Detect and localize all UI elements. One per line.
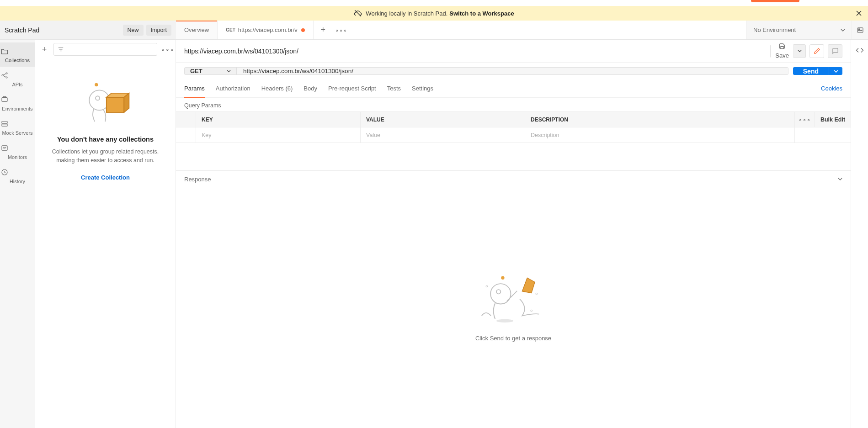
banner-message: Working locally in Scratch Pad.	[366, 10, 447, 17]
empty-heading: You don't have any collections	[57, 136, 154, 143]
tab-prerequest[interactable]: Pre-request Script	[328, 79, 376, 97]
col-key: KEY	[196, 112, 361, 127]
save-button[interactable]: Save	[770, 44, 806, 58]
rail-environments[interactable]: Environments	[0, 91, 35, 115]
response-label: Response	[184, 176, 211, 183]
unsaved-dot-icon	[301, 28, 305, 32]
pencil-icon	[814, 48, 820, 54]
top-strip	[0, 0, 868, 6]
svg-point-8	[6, 77, 7, 78]
create-collection-link[interactable]: Create Collection	[81, 174, 130, 181]
rail-apis-label: APIs	[12, 82, 22, 87]
tab-params[interactable]: Params	[184, 79, 205, 97]
url-input[interactable]	[237, 68, 788, 74]
http-method-selector[interactable]: GET	[185, 68, 237, 74]
collections-sidebar: + ∘∘∘ You don't have any collection	[35, 40, 176, 428]
params-options-button[interactable]: ∘∘∘	[795, 112, 815, 127]
tabs-more-button[interactable]: ∘∘∘	[333, 21, 350, 39]
rail-collections[interactable]: Collections	[0, 42, 35, 67]
svg-point-30	[490, 284, 511, 304]
param-value-input[interactable]: Value	[361, 127, 525, 143]
params-input-row[interactable]: Key Value Description ∘∘∘	[176, 127, 851, 143]
svg-point-20	[95, 83, 98, 86]
cookies-link[interactable]: Cookies	[821, 85, 842, 92]
tab-request[interactable]: GET https://viacep.com.br/v	[218, 21, 314, 39]
svg-rect-11	[2, 98, 7, 102]
banner-switch-link[interactable]: Switch to a Workspace	[449, 10, 514, 17]
tab-request-label: https://viacep.com.br/v	[238, 26, 298, 33]
svg-point-22	[96, 96, 100, 100]
workspace-title: Scratch Pad	[5, 26, 39, 34]
query-params-label: Query Params	[176, 98, 851, 111]
header-bar: Scratch Pad New Import Overview GET http…	[0, 21, 868, 40]
save-label: Save	[775, 52, 789, 59]
rail-monitors-label: Monitors	[8, 154, 27, 160]
url-row: GET Send	[176, 63, 851, 79]
svg-rect-23	[106, 97, 124, 112]
request-subtabs: Params Authorization Headers (6) Body Pr…	[176, 79, 851, 98]
left-nav-rail: Collections APIs Environments Mock Serve…	[0, 40, 35, 428]
send-button[interactable]: Send	[793, 67, 842, 75]
tab-authorization[interactable]: Authorization	[216, 79, 250, 97]
url-group: GET	[184, 67, 788, 75]
svg-point-29	[531, 310, 533, 312]
chevron-down-icon	[227, 69, 231, 73]
filter-icon	[58, 46, 64, 53]
svg-rect-14	[2, 124, 7, 127]
response-header: Response	[176, 171, 851, 187]
response-panel: Response	[176, 170, 851, 428]
chevron-down-icon	[841, 28, 845, 32]
tab-overview-label: Overview	[184, 26, 209, 33]
send-label: Send	[793, 67, 829, 75]
svg-point-32	[496, 319, 513, 322]
tab-headers[interactable]: Headers (6)	[261, 79, 293, 97]
empty-text: Collections let you group related reques…	[48, 148, 163, 165]
new-tab-button[interactable]: +	[314, 21, 333, 39]
new-button[interactable]: New	[123, 25, 144, 36]
tab-settings[interactable]: Settings	[412, 79, 433, 97]
sidebar-filter-input[interactable]	[53, 43, 157, 56]
rail-mock-servers[interactable]: Mock Servers	[0, 115, 35, 139]
apis-icon	[0, 71, 35, 79]
sidebar-more-button[interactable]: ∘∘∘	[161, 46, 172, 53]
response-collapse-button[interactable]	[838, 177, 842, 181]
comments-button[interactable]	[828, 44, 842, 58]
sidebar-add-button[interactable]: +	[39, 44, 50, 55]
params-table: KEY VALUE DESCRIPTION ∘∘∘ Bulk Edit Key …	[176, 111, 851, 143]
code-snippet-button[interactable]	[856, 46, 864, 54]
request-tabs-bar: Overview GET https://viacep.com.br/v + ∘…	[176, 21, 746, 39]
col-value: VALUE	[361, 112, 525, 127]
tab-tests[interactable]: Tests	[387, 79, 401, 97]
svg-rect-4	[858, 29, 860, 30]
tab-overview[interactable]: Overview	[176, 21, 218, 39]
environment-selector[interactable]: No Environment	[746, 21, 852, 39]
send-dropdown-button[interactable]	[829, 67, 842, 75]
workspace-header: Scratch Pad New Import	[0, 21, 176, 39]
rail-mock-label: Mock Servers	[2, 130, 32, 136]
svg-point-28	[536, 293, 538, 295]
param-key-input[interactable]: Key	[196, 127, 361, 143]
rail-apis[interactable]: APIs	[0, 67, 35, 91]
environments-icon	[0, 95, 35, 104]
code-icon	[856, 46, 864, 54]
col-description: DESCRIPTION	[525, 112, 795, 127]
rail-monitors[interactable]: Monitors	[0, 139, 35, 164]
rail-collections-label: Collections	[5, 58, 30, 63]
edit-button[interactable]	[809, 44, 824, 58]
environment-label: No Environment	[753, 26, 796, 33]
banner-close-button[interactable]	[854, 9, 863, 18]
param-desc-input[interactable]: Description	[525, 127, 795, 143]
comment-icon	[832, 48, 839, 54]
import-button[interactable]: Import	[146, 25, 171, 36]
save-dropdown-button[interactable]	[793, 45, 805, 58]
response-empty-state: Click Send to get a response	[176, 187, 851, 428]
cloud-off-icon	[354, 9, 362, 17]
tab-body[interactable]: Body	[304, 79, 317, 97]
request-title-row: https://viacep.com.br/ws/04101300/json/ …	[176, 40, 851, 63]
environment-quicklook-button[interactable]	[852, 21, 868, 39]
bulk-edit-button[interactable]: Bulk Edit	[815, 112, 851, 127]
svg-point-7	[6, 73, 7, 74]
request-title[interactable]: https://viacep.com.br/ws/04101300/json/	[184, 48, 770, 55]
mock-servers-icon	[0, 120, 35, 128]
rail-history[interactable]: History	[0, 164, 35, 188]
